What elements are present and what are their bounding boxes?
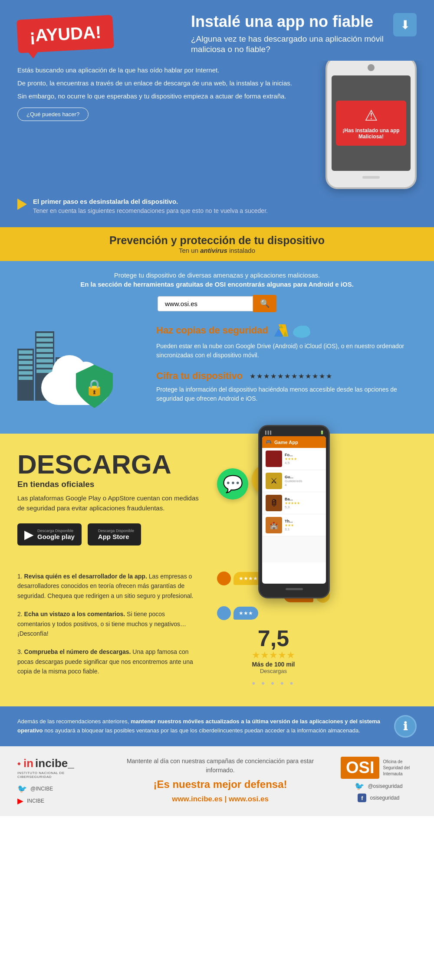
body-para1: Estás buscando una aplicación de la que … bbox=[17, 65, 312, 75]
footer-center-text: Mantente al día con nuestras campañas de… bbox=[117, 757, 323, 775]
apple-name: App Store bbox=[98, 533, 134, 540]
phone-app-screen: 🎮 Game App Fo... ★★★★ 4,5 ⚔ Gu... bbox=[262, 436, 326, 584]
footer-right: OSI Oficina de Seguridad del Internauta … bbox=[341, 757, 417, 802]
encrypt-stars: ★★★★★★★★★★★★ bbox=[250, 372, 333, 380]
antivirus-text1: Protege tu dispositivo de diversas amena… bbox=[17, 271, 417, 279]
backup-title: Haz copias de seguridad bbox=[156, 325, 268, 336]
play-triangle-icon bbox=[17, 199, 27, 210]
incibe-twitter[interactable]: 🐦 @INCIBE bbox=[17, 784, 100, 794]
first-step-text: El primer paso es desinstalarla del disp… bbox=[33, 198, 268, 214]
osi-search-bar: 🔍 bbox=[17, 295, 417, 312]
osi-twitter-handle: @osiseguridad bbox=[368, 783, 402, 789]
svg-text:🔒: 🔒 bbox=[85, 378, 104, 397]
footer-websites: www.incibe.es | www.osi.es bbox=[117, 795, 323, 804]
body-text-area: Estás buscando una aplicación de la que … bbox=[17, 65, 312, 121]
malicious-alert-text: ¡Has instalado una app Maliciosa! bbox=[342, 127, 400, 140]
info-circle-icon: ℹ bbox=[394, 715, 417, 738]
download-left: DESCARGA En tiendas oficiales Las plataf… bbox=[17, 451, 200, 546]
descarga-title: DESCARGA bbox=[17, 451, 200, 478]
svg-point-15 bbox=[296, 326, 308, 334]
apple-label: Descarga Disponible bbox=[98, 529, 134, 533]
encrypt-title: Cifra tu dispositivo bbox=[156, 370, 243, 382]
que-puedes-button[interactable]: ¿Qué puedes hacer? bbox=[17, 108, 89, 121]
warning-triangle-icon: ⚠ bbox=[342, 107, 400, 124]
phone-camera bbox=[368, 64, 375, 71]
rating-desc: Más de 100 mil bbox=[252, 661, 295, 668]
descarga-text: Las plataformas Google Play o AppStore c… bbox=[17, 493, 200, 513]
osi-twitter-icon: 🐦 bbox=[355, 781, 364, 791]
rating-sub: Descargas bbox=[252, 668, 295, 674]
gplay-icon: ▶ bbox=[24, 527, 34, 542]
download-icon: ⬇ bbox=[400, 18, 410, 32]
backup-text: Pueden estar en la nube con Google Drive… bbox=[156, 342, 417, 360]
app-row-2[interactable]: ⚔ Gu... Guilldereds 4 bbox=[262, 470, 326, 492]
phone-screen: ⚠ ¡Has instalado una app Maliciosa! bbox=[332, 75, 411, 171]
osi-twitter[interactable]: 🐦 @osiseguridad bbox=[341, 781, 417, 791]
gplay-name: Google play bbox=[37, 533, 75, 540]
ayuda-bubble: ¡AYUDA! bbox=[16, 15, 114, 53]
incibe-youtube-handle: INCIBE bbox=[27, 798, 44, 804]
google-play-button[interactable]: ▶ Descarga Disponible Google play bbox=[17, 523, 82, 546]
encrypt-text: Protege la información del dispositivo h… bbox=[156, 385, 417, 403]
header-right: Instalé una app no fiable ¿Alguna vez te… bbox=[191, 13, 417, 55]
tips-section: 1. Revisa quién es el desarrollador de l… bbox=[0, 559, 434, 706]
download-right-icons: 💬 🔍 ▐▐▐🔋 🎮 Game App Fo... ★★★★ bbox=[213, 451, 326, 538]
tip-1: 1. Revisa quién es el desarrollador de l… bbox=[17, 572, 200, 601]
backup-encrypt-area: Haz copias de seguridad bbox=[156, 323, 417, 403]
app-row-1[interactable]: Fo... ★★★★ 4,5 bbox=[262, 448, 326, 470]
header-title: Instalé una app no fiable bbox=[191, 13, 386, 30]
first-step-detail: Tener en cuenta las siguientes recomenda… bbox=[33, 207, 268, 214]
incibe-logo: ◆ inincibe_ bbox=[17, 757, 100, 770]
phone-mockup: ⚠ ¡Has instalado una app Maliciosa! bbox=[326, 56, 417, 189]
prevention-subtitle: Ten un antivirus instalado bbox=[17, 247, 417, 254]
tip3-num: 3. bbox=[17, 648, 23, 655]
footer-section: ◆ inincibe_ INSTITUTO NACIONAL DE CIBERS… bbox=[0, 746, 434, 816]
app-row-3[interactable]: 🛢 Ba... ★★★★★ 5,3 bbox=[262, 492, 326, 514]
download-icon-box[interactable]: ⬇ bbox=[393, 13, 417, 36]
rating-box: 7,5 ★★★★★ Más de 100 mil Descargas • • •… bbox=[252, 627, 295, 689]
osi-subtitle: Oficina de Seguridad del Internauta bbox=[383, 759, 417, 777]
osi-url-input[interactable] bbox=[158, 296, 253, 311]
appstore-button[interactable]: Descarga Disponible App Store bbox=[88, 523, 141, 546]
osi-logo-text: OSI bbox=[346, 758, 374, 777]
twitter-icon: 🐦 bbox=[17, 784, 27, 794]
malicious-alert-box: ⚠ ¡Has instalado una app Maliciosa! bbox=[336, 101, 406, 146]
tip2-num: 2. bbox=[17, 611, 23, 617]
dots-decoration: • • • • • bbox=[252, 678, 295, 689]
footer-defense: ¡Es nuestra mejor defensa! bbox=[117, 778, 323, 791]
header-subtitle: ¿Alguna vez te has descargado una aplica… bbox=[191, 34, 386, 55]
security-shield: 🔒 bbox=[74, 363, 115, 410]
app-row-4[interactable]: 🏰 Th... ★★★ 3,1 bbox=[262, 514, 326, 536]
incibe-subtitle: INSTITUTO NACIONAL DE CIBERSEGURIDAD bbox=[17, 771, 100, 779]
osi-facebook[interactable]: f osiseguridad bbox=[341, 794, 417, 802]
antivirus-text2: En la sección de herramientas gratuitas … bbox=[17, 281, 417, 288]
tip1-text: Revisa quién es el desarrollador de la a… bbox=[24, 573, 147, 580]
cloud-illustration: 🔒 bbox=[17, 323, 148, 418]
icloud-icon bbox=[292, 323, 312, 338]
info-banner: Además de las recomendaciones anteriores… bbox=[0, 706, 434, 746]
tips-left: 1. Revisa quién es el desarrollador de l… bbox=[17, 572, 200, 689]
phone-right-mockup: ▐▐▐🔋 🎮 Game App Fo... ★★★★ 4,5 bbox=[258, 425, 330, 598]
footer-left: ◆ inincibe_ INSTITUTO NACIONAL DE CIBERS… bbox=[17, 757, 100, 806]
osi-facebook-handle: osiseguridad bbox=[370, 795, 399, 801]
rating-number: 7,5 bbox=[252, 627, 295, 650]
descarga-subtitle: En tiendas oficiales bbox=[17, 480, 200, 489]
rating-stars: ★★★★★ bbox=[252, 650, 295, 661]
antivirus-section: Protege tu dispositivo de diversas amena… bbox=[0, 261, 434, 434]
prevention-title: Prevención y protección de tu dispositiv… bbox=[17, 234, 417, 247]
header-section: ¡AYUDA! Instalé una app no fiable ¿Algun… bbox=[0, 0, 434, 61]
first-step-bold: El primer paso es desinstalarla del disp… bbox=[33, 198, 178, 205]
incibe-twitter-handle: @INCIBE bbox=[30, 786, 53, 792]
store-buttons-row: ▶ Descarga Disponible Google play Descar… bbox=[17, 523, 200, 546]
incibe-youtube[interactable]: ▶ INCIBE bbox=[17, 796, 100, 806]
osi-logo: OSI Oficina de Seguridad del Internauta bbox=[341, 757, 417, 779]
body-para2: De pronto, la encuentras a través de un … bbox=[17, 78, 312, 88]
gplay-label: Descarga Disponible bbox=[37, 529, 75, 533]
tip1-num: 1. bbox=[17, 573, 23, 580]
google-drive-icon bbox=[273, 323, 289, 338]
first-step-section: El primer paso es desinstalarla del disp… bbox=[0, 193, 434, 227]
tip-2: 2. Echa un vistazo a los comentarios. Si… bbox=[17, 609, 200, 638]
tip-3: 3. Comprueba el número de descargas. Una… bbox=[17, 647, 200, 676]
tip3-text: Comprueba el número de descargas. bbox=[24, 648, 131, 655]
osi-search-button[interactable]: 🔍 bbox=[253, 295, 276, 312]
